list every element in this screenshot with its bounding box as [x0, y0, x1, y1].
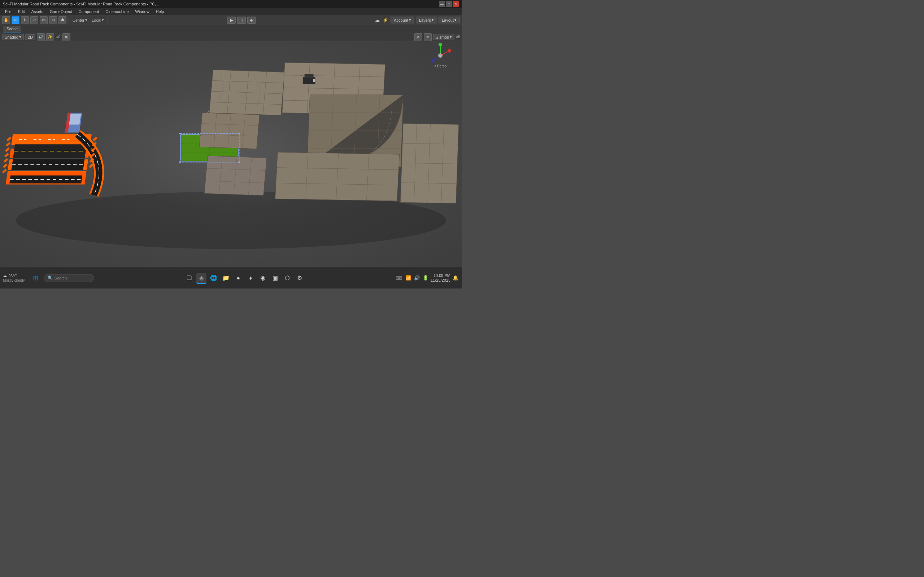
svg-rect-27	[93, 137, 97, 141]
chrome-taskbar-icon[interactable]: ●	[233, 273, 243, 283]
weather-temperature: ☁ 26°C	[3, 273, 17, 278]
menu-item-assets[interactable]: Assets	[29, 9, 46, 15]
menu-item-help[interactable]: Help	[153, 9, 167, 15]
windows-start-button[interactable]: ⊞	[31, 273, 41, 283]
audio-toggle[interactable]: 🔊	[37, 33, 45, 41]
title-text: Sci-Fi Modular Road Pack Components - Sc…	[3, 2, 161, 6]
layers-button[interactable]: Layers ▾	[416, 16, 437, 23]
search-icon: 🔍	[48, 276, 53, 280]
play-button[interactable]: ▶	[227, 16, 236, 24]
step-button[interactable]: ⏭	[247, 16, 256, 24]
pause-button[interactable]: ⏸	[237, 16, 246, 24]
title-bar: Sci-Fi Modular Road Pack Components - Sc…	[0, 0, 462, 8]
shading-dropdown[interactable]: Shaded ▾	[2, 34, 24, 40]
taskbar: ☁ 26°C Mostly cloudy ⊞ 🔍 Search ❑ ◈ 🌐 📁 …	[0, 267, 462, 288]
viewport[interactable]: < Persp	[0, 41, 462, 267]
window-controls: — □ ✕	[439, 1, 459, 7]
app4-taskbar-icon[interactable]: ⬡	[282, 273, 292, 283]
battery-icon[interactable]: 🔋	[422, 274, 429, 281]
scene-tab[interactable]: Scene	[3, 26, 21, 32]
svg-point-99	[447, 49, 451, 53]
app3-taskbar-icon[interactable]: ▣	[270, 273, 280, 283]
toolbar-right: ☁ ⚡ Account ▾ Layers ▾ Layout ▾	[374, 16, 460, 23]
services-icon: ⚡	[382, 16, 389, 23]
stats-label: #0	[56, 35, 61, 39]
svg-rect-24	[3, 158, 8, 163]
svg-rect-25	[3, 163, 8, 168]
maximize-button[interactable]: □	[446, 1, 452, 7]
svg-rect-21	[6, 142, 10, 147]
taskbar-icons: ❑ ◈ 🌐 📁 ● ♦ ◉ ▣ ⬡ ⚙	[97, 273, 392, 283]
weather-widget: ☁ 26°C Mostly cloudy	[3, 273, 25, 282]
account-button[interactable]: Account ▾	[391, 16, 414, 23]
pivot-toggle[interactable]: Center ▾	[71, 18, 89, 23]
unity-taskbar-icon[interactable]: ◈	[196, 273, 207, 283]
svg-point-92	[179, 133, 181, 134]
svg-point-95	[238, 161, 240, 163]
fx-toggle[interactable]: ✨	[46, 33, 54, 41]
space-toggle[interactable]: Local ▾	[90, 18, 105, 23]
all-layers-label: All	[456, 35, 460, 39]
hand-tool[interactable]: ✋	[2, 16, 10, 24]
cloud-icon: ☁	[374, 16, 380, 23]
app1-taskbar-icon[interactable]: ♦	[246, 273, 255, 283]
svg-rect-13	[8, 171, 87, 172]
explorer-taskbar-icon[interactable]: 📁	[221, 273, 231, 283]
task-view-button[interactable]: ❑	[184, 273, 194, 283]
persp-label: < Persp	[430, 64, 451, 68]
view-right-controls: ✕ ≡ Gizmos ▾ All	[414, 33, 460, 41]
menu-item-file[interactable]: File	[2, 9, 15, 15]
custom-tool[interactable]: ✱	[58, 16, 66, 24]
menu-item-component[interactable]: Component	[76, 9, 102, 15]
svg-rect-23	[4, 153, 9, 158]
minimize-button[interactable]: —	[439, 1, 445, 7]
separator-1	[69, 17, 69, 23]
transform-tool[interactable]: ⊕	[49, 16, 57, 24]
close-button[interactable]: ✕	[453, 1, 459, 7]
layer-vis-icon[interactable]: ≡	[424, 33, 432, 41]
svg-rect-20	[6, 137, 11, 141]
svg-rect-26	[2, 169, 6, 174]
road-logo-group	[0, 113, 108, 195]
menu-item-cinemachine[interactable]: Cinemachine	[102, 9, 131, 15]
rect-tool[interactable]: ▭	[40, 16, 48, 24]
menu-item-gameobject[interactable]: GameObject	[47, 9, 75, 15]
menu-item-window[interactable]: Window	[132, 9, 152, 15]
move-tool[interactable]: ⊕	[11, 16, 19, 24]
app5-taskbar-icon[interactable]: ⚙	[294, 273, 305, 283]
collab-icon[interactable]: ✕	[414, 33, 422, 41]
network-icon[interactable]: 📶	[405, 274, 412, 281]
2d-toggle[interactable]: 2D	[25, 34, 36, 40]
gizmos-dropdown[interactable]: Gizmos ▾	[433, 34, 454, 40]
svg-point-94	[179, 161, 181, 163]
search-text: Search	[55, 276, 67, 280]
scale-tool[interactable]: ⤢	[30, 16, 38, 24]
volume-icon[interactable]: 🔊	[413, 274, 420, 281]
svg-point-90	[313, 79, 315, 82]
menu-bar: FileEditAssetsGameObjectComponentCinemac…	[0, 8, 462, 15]
svg-rect-22	[5, 148, 10, 152]
taskbar-search[interactable]: 🔍 Search	[44, 274, 94, 282]
grid-toggle[interactable]: ⊞	[63, 33, 70, 41]
orientation-gizmo: < Persp	[430, 43, 451, 68]
svg-point-102	[438, 53, 443, 58]
scene-tab-bar: Scene	[0, 25, 462, 33]
playmode-controls: ▶ ⏸ ⏭	[110, 16, 373, 24]
svg-point-101	[431, 59, 434, 63]
svg-point-93	[238, 133, 240, 134]
system-tray: ⌨ 📶 🔊 🔋 10:09 PM 11/25/2023 🔔	[395, 273, 459, 282]
toolbar: ✋ ⊕ ↻ ⤢ ▭ ⊕ ✱ Center ▾ Local ▾ ▶ ⏸ ⏭ ☁ ⚡…	[0, 15, 462, 25]
svg-point-97	[439, 43, 442, 47]
notification-icon[interactable]: 🔔	[452, 274, 459, 281]
system-clock: 10:09 PM 11/25/2023	[431, 273, 451, 282]
view-toolbar: Shaded ▾ 2D 🔊 ✨ #0 ⊞ ✕ ≡ Gizmos ▾ All	[0, 33, 462, 41]
keyboard-icon[interactable]: ⌨	[395, 274, 403, 281]
rotate-tool[interactable]: ↻	[21, 16, 29, 24]
weather-description: Mostly cloudy	[3, 279, 25, 282]
layout-button[interactable]: Layout ▾	[439, 16, 460, 23]
edge-taskbar-icon[interactable]: 🌐	[208, 273, 219, 283]
weather-icon: ☁	[3, 273, 7, 278]
separator-2	[108, 17, 108, 23]
app2-taskbar-icon[interactable]: ◉	[258, 273, 268, 283]
menu-item-edit[interactable]: Edit	[15, 9, 28, 15]
